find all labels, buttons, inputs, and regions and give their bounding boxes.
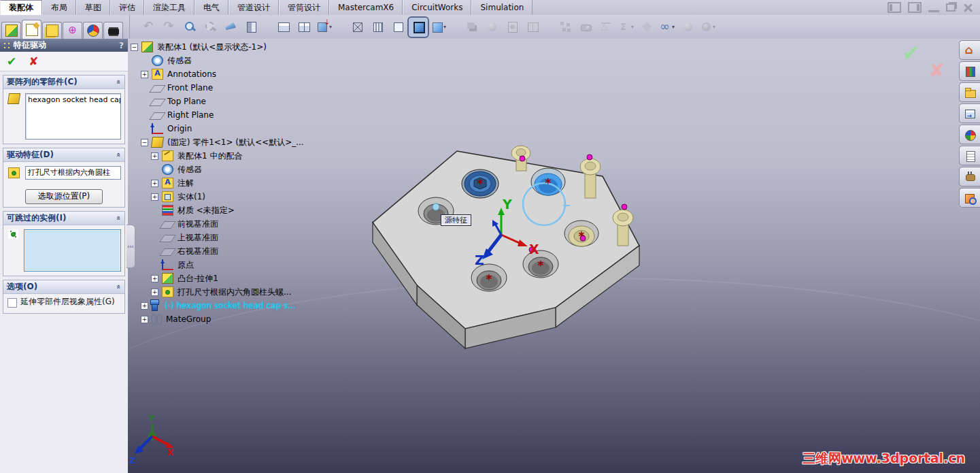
menu-tab-circuitworks[interactable]: CircuitWorks: [403, 0, 471, 15]
tree-item[interactable]: +打孔尺寸根据内六角圆柱头螺...: [131, 285, 355, 299]
tree-item[interactable]: Top Plane: [131, 95, 355, 108]
restore-button[interactable]: [946, 3, 956, 12]
task-pane-tab-view-palette[interactable]: [959, 103, 980, 123]
collapse-chevron-icon[interactable]: «: [114, 284, 123, 289]
menu-tab-simulation[interactable]: Simulation: [471, 0, 533, 15]
dock-left-button[interactable]: [888, 2, 901, 13]
collapse-chevron-icon[interactable]: «: [114, 152, 123, 157]
expander-plus-icon[interactable]: +: [151, 180, 158, 187]
panel-tab-configurationmanager[interactable]: [42, 22, 62, 39]
task-pane-tab-design-library[interactable]: [959, 61, 980, 81]
apply-scene-button[interactable]: ▾: [315, 18, 334, 37]
panel-collapse-handle[interactable]: ‹‹‹: [126, 225, 135, 268]
tree-item[interactable]: −(固定) 零件1<1> (默认<<默认>_...: [131, 135, 355, 149]
shaded-dropdown-arrow[interactable]: ▾: [443, 24, 446, 30]
tree-item[interactable]: +注解: [131, 176, 355, 190]
shaded-with-edges-button[interactable]: [409, 18, 428, 37]
tree-item[interactable]: 前视基准面: [131, 217, 355, 231]
dock-right-button[interactable]: [908, 2, 922, 13]
menu-tab-sketch[interactable]: 草图: [76, 0, 110, 15]
panel-tab-featuremanager[interactable]: [1, 22, 21, 39]
tree-item[interactable]: Front Plane: [131, 81, 355, 95]
tree-item[interactable]: Right Plane: [131, 108, 355, 122]
panel-tab-add-ins[interactable]: [103, 22, 123, 39]
graphics-viewport[interactable]: * * * * * Y X Z X: [128, 39, 980, 473]
collapse-chevron-icon[interactable]: «: [114, 80, 123, 84]
render-options-dropdown-arrow[interactable]: ▾: [713, 24, 715, 30]
menu-tab-routing-tube[interactable]: 管筒设计: [279, 0, 329, 15]
expander-plus-icon[interactable]: +: [141, 71, 148, 78]
group-driving-caption[interactable]: 驱动特征(D) «: [3, 148, 124, 162]
cancel-button[interactable]: ✘: [29, 56, 38, 67]
hidden-lines-visible-button[interactable]: [368, 18, 387, 37]
menu-tab-routing-pipe[interactable]: 管道设计: [229, 0, 279, 15]
group-options-caption[interactable]: 选项(O) «: [3, 280, 124, 294]
viewport-cancel-button[interactable]: ✘: [929, 59, 945, 82]
previous-view-button[interactable]: [221, 18, 240, 37]
menu-tab-layout[interactable]: 布局: [42, 0, 76, 15]
task-pane-tab-assembly-visualization[interactable]: [959, 188, 980, 208]
plate-body[interactable]: [373, 151, 639, 348]
tree-item[interactable]: +(-) hexagon socket head cap s...: [131, 299, 355, 312]
assembly-statistics-dropdown-arrow[interactable]: ▾: [631, 24, 634, 30]
panel-tab-displaymanager[interactable]: [83, 22, 103, 39]
shadows-in-shaded-mode-icon: [466, 21, 477, 33]
task-pane-tab-custom-properties[interactable]: [959, 146, 980, 165]
viewport-split-button[interactable]: [294, 18, 314, 37]
select-source-position-button[interactable]: 选取源位置(P): [25, 189, 103, 204]
tree-item[interactable]: +装配体1 中的配合: [131, 149, 355, 163]
tree-item[interactable]: +实体(1): [131, 190, 355, 203]
expander-plus-icon[interactable]: +: [151, 152, 158, 160]
tree-item[interactable]: 材质 <未指定>: [131, 203, 355, 217]
propagate-visual-properties-checkbox[interactable]: [7, 298, 17, 308]
tree-item[interactable]: 传感器: [131, 163, 355, 176]
task-pane-tab-circuitworks-pane[interactable]: [959, 167, 980, 186]
zoom-to-fit-button[interactable]: [180, 18, 199, 37]
components-listbox[interactable]: hexagon socket head cap s: [25, 93, 121, 140]
wireframe-button[interactable]: [348, 18, 367, 37]
shaded-button[interactable]: ▾: [429, 18, 448, 37]
task-pane-tab-appearances-scenes[interactable]: [959, 125, 980, 144]
viewport-ok-button[interactable]: ✔: [902, 40, 920, 66]
menu-tab-evaluate[interactable]: 评估: [110, 0, 144, 15]
menu-tab-render-tools[interactable]: 渲染工具: [144, 0, 195, 15]
viewport-single-button[interactable]: [274, 18, 293, 37]
skip-instances-listbox[interactable]: [24, 229, 121, 272]
close-button[interactable]: [962, 3, 973, 12]
view-settings-dropdown-arrow[interactable]: ▾: [672, 24, 675, 30]
tree-item[interactable]: 上视基准面: [131, 231, 355, 244]
hidden-lines-removed-button[interactable]: [388, 18, 407, 37]
panel-tab-dimxpertmanager[interactable]: [63, 22, 82, 39]
menu-tab-mastercam[interactable]: MastercamX6: [329, 0, 403, 15]
task-pane-tab-file-explorer[interactable]: [959, 82, 980, 102]
ok-button[interactable]: ✔: [7, 56, 16, 67]
tree-item[interactable]: +MateGroup: [131, 312, 355, 326]
expander-plus-icon[interactable]: +: [151, 275, 158, 282]
minimize-button[interactable]: [928, 3, 939, 12]
tree-item[interactable]: 传感器: [131, 54, 355, 67]
tree-item[interactable]: 右视基准面: [131, 244, 355, 258]
panel-tab-propertymanager[interactable]: [22, 20, 41, 39]
expander-plus-icon[interactable]: +: [141, 302, 148, 310]
expander-minus-icon[interactable]: −: [131, 44, 138, 51]
collapse-chevron-icon[interactable]: «: [114, 216, 123, 221]
group-components-caption[interactable]: 要阵列的零部件(C) «: [3, 76, 124, 89]
group-instances-caption[interactable]: 可跳过的实例(I) «: [3, 212, 124, 225]
tree-item[interactable]: 原点: [131, 258, 355, 272]
toolbar-group: [462, 18, 549, 37]
expander-plus-icon[interactable]: +: [151, 289, 158, 296]
help-icon[interactable]: ?: [119, 41, 125, 50]
tree-item[interactable]: +Annotations: [131, 67, 355, 81]
section-view-button[interactable]: [241, 18, 260, 37]
tree-item[interactable]: +凸台-拉伸1: [131, 272, 355, 285]
menu-tab-electrical[interactable]: 电气: [195, 0, 229, 15]
task-pane-tab-solidworks-resources[interactable]: [959, 40, 980, 60]
menu-tab-assembly[interactable]: 装配体: [0, 0, 42, 15]
tree-item[interactable]: −装配体1 (默认<显示状态-1>): [131, 40, 355, 54]
view-settings-button[interactable]: ▾: [658, 18, 677, 37]
expander-plus-icon[interactable]: +: [151, 193, 158, 201]
driving-feature-field[interactable]: 打孔尺寸根据内六角圆柱: [25, 166, 121, 180]
expander-minus-icon[interactable]: −: [141, 139, 148, 146]
expander-plus-icon[interactable]: +: [141, 316, 148, 323]
tree-item[interactable]: Origin: [131, 122, 355, 135]
